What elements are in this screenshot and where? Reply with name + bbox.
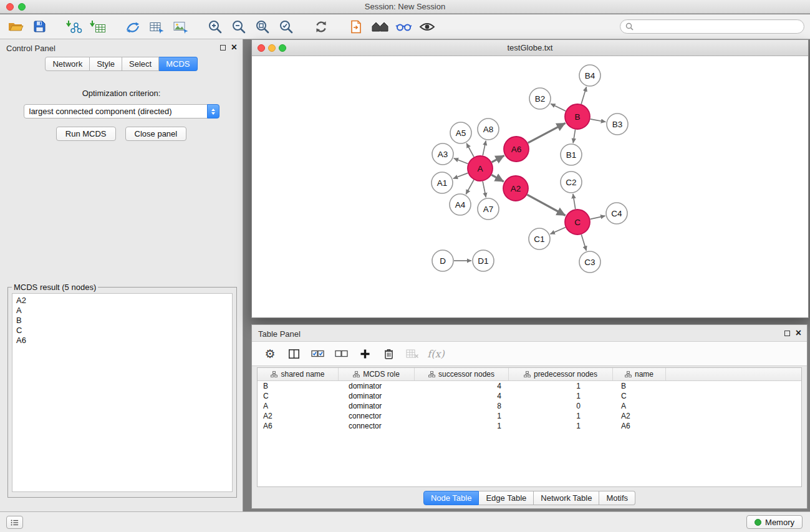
zoom-out-button[interactable] (227, 16, 251, 37)
close-panel-icon[interactable]: × (231, 44, 237, 51)
search-input[interactable] (637, 21, 799, 32)
zoom-fit-button[interactable] (251, 16, 274, 37)
table-row[interactable]: A2connector11A2 (258, 411, 801, 421)
edge-A6-B[interactable] (528, 123, 566, 143)
column-header-predecessor-nodes[interactable]: predecessor nodes (509, 368, 613, 380)
network-window-titlebar[interactable]: testGlobe.txt (252, 40, 808, 56)
new-table-button[interactable] (145, 16, 168, 37)
node-A1[interactable]: A1 (432, 172, 453, 193)
float-panel-icon[interactable] (220, 45, 226, 51)
node-A7[interactable]: A7 (478, 198, 499, 220)
table-row[interactable]: Cdominator41C (258, 391, 801, 401)
edge-A-A4[interactable] (466, 180, 474, 194)
node-B[interactable]: B (565, 104, 590, 129)
edge-A2-C[interactable] (527, 195, 565, 215)
table-row[interactable]: Bdominator41B (258, 381, 801, 391)
graphics-details-button[interactable] (392, 16, 415, 37)
first-neighbors-button[interactable] (344, 16, 368, 37)
edge-B-B4[interactable] (581, 87, 586, 104)
tab-network-table[interactable]: Network Table (534, 491, 599, 505)
edge-C-C4[interactable] (591, 216, 605, 219)
tab-motifs[interactable]: Motifs (599, 491, 635, 505)
mcds-result-item[interactable]: A (12, 306, 232, 316)
mcds-result-item[interactable]: A2 (12, 296, 232, 306)
delete-table-button[interactable] (400, 344, 424, 364)
node-A4[interactable]: A4 (450, 194, 471, 215)
edge-B-B1[interactable] (573, 130, 576, 143)
zoom-selected-button[interactable] (274, 16, 298, 37)
column-header-name[interactable]: name (613, 368, 666, 380)
function-builder-button[interactable]: f(x) (424, 344, 448, 364)
import-network-button[interactable] (62, 16, 86, 37)
zoom-in-button[interactable] (203, 16, 227, 37)
tab-node-table[interactable]: Node Table (423, 491, 480, 505)
open-session-button[interactable] (4, 16, 27, 37)
node-D[interactable]: D (432, 250, 453, 271)
deselect-all-button[interactable] (329, 344, 353, 364)
mcds-result-item[interactable]: C (12, 326, 232, 336)
zoom-window-button[interactable] (18, 3, 26, 11)
criterion-select[interactable]: largest connected component (directed) (24, 104, 219, 118)
search-field[interactable] (620, 19, 804, 34)
node-D1[interactable]: D1 (473, 250, 494, 271)
node-C1[interactable]: C1 (529, 228, 550, 249)
edge-A-A2[interactable] (491, 175, 504, 181)
table-row[interactable]: Adominator80A (258, 401, 801, 411)
refresh-button[interactable] (309, 16, 333, 37)
edge-C-C1[interactable] (550, 228, 565, 235)
node-C4[interactable]: C4 (606, 203, 627, 224)
memory-button[interactable]: Memory (746, 515, 803, 529)
node-A[interactable]: A (468, 156, 493, 181)
show-columns-button[interactable] (282, 344, 306, 364)
export-image-button[interactable] (168, 16, 192, 37)
node-C3[interactable]: C3 (579, 251, 600, 273)
node-table[interactable]: shared nameMCDS rolesuccessor nodesprede… (257, 367, 802, 487)
close-table-panel-icon[interactable]: × (796, 330, 801, 336)
network-minimize-button[interactable] (268, 44, 276, 52)
node-B2[interactable]: B2 (529, 88, 551, 109)
node-A2[interactable]: A2 (503, 176, 528, 201)
mcds-result-item[interactable]: A6 (12, 336, 232, 346)
node-B4[interactable]: B4 (579, 65, 600, 86)
edge-B-B2[interactable] (551, 104, 566, 111)
mcds-result-item[interactable]: B (12, 316, 232, 326)
run-mcds-button[interactable]: Run MCDS (56, 127, 116, 141)
edge-C-C3[interactable] (581, 235, 586, 251)
save-session-button[interactable] (27, 16, 51, 37)
network-close-button[interactable] (258, 44, 265, 52)
import-table-button[interactable] (86, 16, 110, 37)
edge-A-A8[interactable] (483, 141, 486, 156)
edge-A-A3[interactable] (454, 158, 468, 164)
edge-A-A6[interactable] (492, 155, 504, 162)
node-A6[interactable]: A6 (504, 137, 529, 162)
float-table-panel-icon[interactable] (784, 331, 790, 336)
column-header-shared-name[interactable]: shared name (258, 368, 339, 380)
table-row[interactable]: A6connector11A6 (258, 421, 801, 431)
node-A3[interactable]: A3 (432, 143, 453, 165)
node-B1[interactable]: B1 (561, 144, 582, 165)
select-all-button[interactable] (306, 344, 329, 364)
tab-style[interactable]: Style (90, 57, 122, 71)
close-window-button[interactable] (6, 3, 14, 11)
edge-A-A5[interactable] (466, 143, 474, 157)
tab-select[interactable]: Select (122, 57, 159, 71)
column-header-MCDS-role[interactable]: MCDS role (339, 368, 415, 380)
close-panel-button[interactable]: Close panel (125, 127, 187, 141)
edge-C-C2[interactable] (573, 194, 576, 210)
column-header-successor-nodes[interactable]: successor nodes (415, 368, 509, 380)
new-network-button[interactable] (121, 16, 145, 37)
edge-A-A1[interactable] (453, 173, 468, 178)
network-zoom-button[interactable] (279, 44, 286, 52)
node-C[interactable]: C (565, 210, 590, 235)
table-settings-button[interactable]: ⚙ (258, 344, 282, 364)
node-A8[interactable]: A8 (478, 118, 499, 140)
tab-edge-table[interactable]: Edge Table (479, 491, 534, 505)
edge-B-B3[interactable] (591, 119, 606, 122)
tab-mcds[interactable]: MCDS (159, 57, 197, 71)
delete-column-button[interactable] (377, 344, 400, 364)
node-B3[interactable]: B3 (607, 114, 628, 135)
network-graph[interactable]: AA6A2BCA5A8A3A1A4A7B1B2B3B4C1C2C3C4DD1 (252, 56, 808, 317)
node-C2[interactable]: C2 (561, 172, 582, 193)
show-hide-button[interactable] (415, 16, 439, 37)
panel-menu-button[interactable] (6, 516, 23, 529)
